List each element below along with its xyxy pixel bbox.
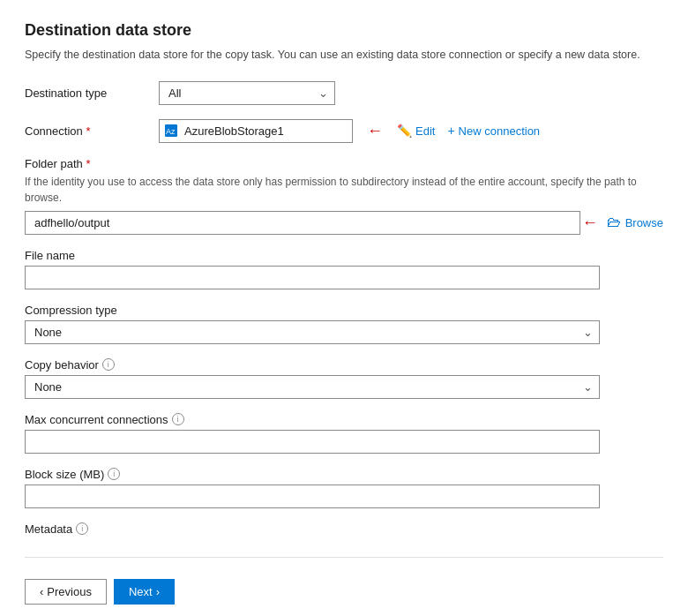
copy-behavior-info-icon: i — [102, 358, 115, 371]
copy-behavior-section: Copy behavior i None FlattenHierarchy Me… — [25, 358, 663, 399]
folder-arrow-indicator: ← — [582, 214, 598, 232]
required-indicator: * — [83, 124, 91, 138]
destination-type-select[interactable]: All — [159, 81, 335, 105]
folder-path-description: If the identity you use to access the da… — [25, 174, 663, 206]
copy-behavior-select-wrapper: None FlattenHierarchy MergeFiles Preserv… — [25, 375, 600, 399]
block-size-input[interactable] — [25, 485, 600, 508]
edit-button[interactable]: ✏️ Edit — [397, 124, 435, 138]
metadata-label: Metadata i — [25, 522, 663, 536]
connection-select-wrapper: Az AzureBlobStorage1 — [159, 119, 353, 143]
edit-icon: ✏️ — [397, 124, 412, 138]
footer-divider — [25, 557, 663, 558]
metadata-info-icon: i — [76, 522, 88, 535]
max-concurrent-info-icon: i — [172, 413, 184, 425]
compression-type-section: Compression type None GZip Deflate BZip2… — [25, 304, 663, 344]
folder-path-label-row: Folder path * — [25, 157, 663, 170]
connection-actions: ✏️ Edit + New connection — [397, 124, 540, 138]
compression-type-select-wrapper: None GZip Deflate BZip2 ZipDeflate Snapp… — [25, 320, 600, 344]
copy-behavior-select[interactable]: None FlattenHierarchy MergeFiles Preserv… — [25, 375, 600, 399]
compression-type-select[interactable]: None GZip Deflate BZip2 ZipDeflate Snapp… — [25, 320, 600, 344]
block-size-label: Block size (MB) i — [25, 468, 663, 481]
file-name-input[interactable] — [25, 266, 600, 289]
page-title: Destination data store — [25, 21, 663, 40]
folder-required: * — [83, 157, 91, 170]
previous-chevron-icon: ‹ — [40, 585, 43, 598]
destination-type-label: Destination type — [25, 86, 148, 100]
folder-path-section: Folder path * If the identity you use to… — [25, 157, 663, 235]
next-button[interactable]: Next › — [114, 579, 175, 605]
connection-select[interactable]: AzureBlobStorage1 — [159, 119, 353, 143]
new-connection-button[interactable]: + New connection — [447, 124, 540, 138]
metadata-section: Metadata i — [25, 522, 663, 536]
next-chevron-icon: › — [156, 585, 160, 598]
folder-icon: 🗁 — [607, 214, 621, 230]
destination-type-select-wrapper: All — [159, 81, 335, 105]
folder-path-input[interactable] — [25, 211, 580, 235]
connection-row: Connection * Az AzureBlobStorage1 ← ✏️ E… — [25, 119, 663, 143]
block-size-info-icon: i — [108, 468, 120, 480]
folder-input-row: ← 🗁 Browse — [25, 211, 663, 235]
footer: ‹ Previous Next › — [25, 572, 663, 605]
file-name-section: File name — [25, 249, 663, 289]
file-name-label: File name — [25, 249, 663, 262]
copy-behavior-label: Copy behavior i — [25, 358, 663, 372]
max-concurrent-section: Max concurrent connections i — [25, 413, 663, 454]
previous-button[interactable]: ‹ Previous — [25, 579, 107, 605]
browse-button[interactable]: 🗁 Browse — [607, 214, 663, 230]
page-description: Specify the destination data store for t… — [25, 47, 663, 64]
block-size-section: Block size (MB) i — [25, 468, 663, 508]
folder-path-label: Folder path * — [25, 157, 148, 170]
connection-label: Connection * — [25, 124, 148, 138]
max-concurrent-input[interactable] — [25, 430, 600, 454]
destination-type-row: Destination type All — [25, 81, 663, 105]
connection-arrow-indicator: ← — [367, 122, 383, 140]
page-container: Destination data store Specify the desti… — [0, 0, 688, 616]
compression-type-label: Compression type — [25, 304, 663, 317]
max-concurrent-label: Max concurrent connections i — [25, 413, 663, 426]
plus-icon: + — [447, 124, 454, 138]
